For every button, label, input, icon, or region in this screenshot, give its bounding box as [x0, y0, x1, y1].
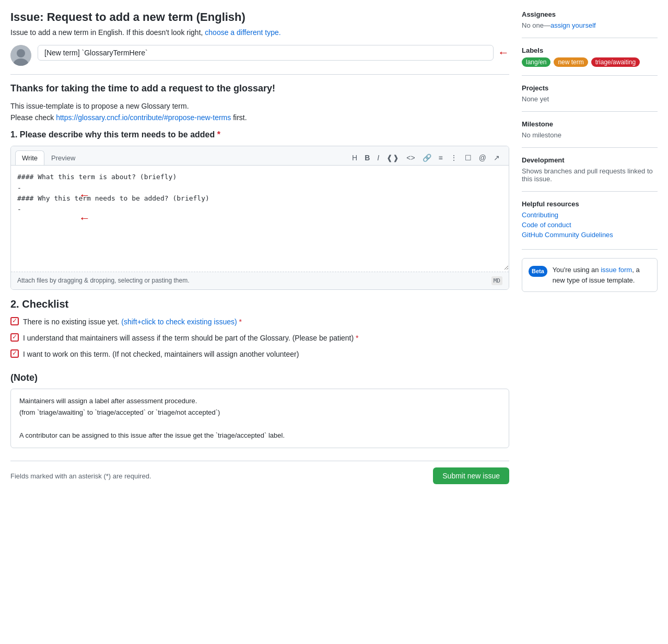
- issue-title-input[interactable]: [38, 45, 494, 61]
- editor-toolbar: H B I ❰❱ <> 🔗 ≡ ⋮ ☐ @ ↗: [349, 151, 505, 164]
- community-guidelines-link[interactable]: GitHub Community Guidelines: [522, 231, 658, 239]
- labels-row: lang/en new term triage/awaiting: [522, 57, 658, 67]
- toolbar-ordered-list[interactable]: ⋮: [448, 151, 460, 164]
- comment-header: ←: [10, 45, 509, 66]
- toolbar-unordered-list[interactable]: ≡: [436, 151, 446, 164]
- toolbar-reference[interactable]: ↗: [491, 151, 502, 164]
- tab-preview[interactable]: Preview: [44, 150, 82, 165]
- checkbox-1[interactable]: [10, 317, 19, 325]
- page-subtitle: Issue to add a new term in English. If t…: [10, 28, 509, 37]
- check-existing-issues-link[interactable]: (shift+click to check existing issues): [121, 318, 237, 326]
- projects-title: Projects: [522, 84, 658, 92]
- sidebar-labels: Labels lang/en new term triage/awaiting: [522, 38, 658, 76]
- note-title: (Note): [10, 372, 509, 383]
- submit-button[interactable]: Submit new issue: [433, 467, 509, 484]
- label-lang-en[interactable]: lang/en: [522, 57, 550, 67]
- question1-title: 1. Please describe why this term needs t…: [10, 130, 509, 139]
- sidebar-assignees: Assignees No one—assign yourself: [522, 10, 658, 38]
- sidebar: Assignees No one—assign yourself Labels …: [522, 10, 658, 490]
- checklist-title: 2. Checklist: [10, 298, 509, 310]
- helpful-title: Helpful resources: [522, 200, 658, 208]
- sidebar-development: Development Shows branches and pull requ…: [522, 148, 658, 192]
- contributing-link[interactable]: Contributing: [522, 211, 658, 219]
- footer-note: Fields marked with an asterisk (*) are r…: [10, 472, 151, 480]
- editor-container: Write Preview H B I ❰❱ <> 🔗 ≡ ⋮ ☐ @ ↗ ##…: [10, 146, 509, 290]
- form-footer: Fields marked with an asterisk (*) are r…: [10, 461, 509, 490]
- page-title: Issue: Request to add a new term (Englis…: [10, 10, 509, 24]
- note-section: (Note) Maintainers will assign a label a…: [10, 372, 509, 448]
- toolbar-code[interactable]: <>: [404, 151, 417, 164]
- sidebar-helpful-resources: Helpful resources Contributing Code of c…: [522, 192, 658, 250]
- toolbar-task-list[interactable]: ☐: [462, 151, 474, 164]
- checklist-label-1: There is no existing issue yet. (shift+c…: [23, 317, 242, 327]
- labels-title: Labels: [522, 46, 658, 54]
- avatar: [10, 45, 31, 66]
- label-new-term[interactable]: new term: [554, 57, 588, 67]
- section-thanks-heading: Thanks for taking the time to add a requ…: [10, 83, 509, 94]
- assign-yourself-link[interactable]: assign yourself: [550, 21, 596, 29]
- main-content: Issue: Request to add a new term (Englis…: [10, 10, 509, 490]
- toolbar-italic[interactable]: I: [374, 151, 382, 164]
- checkbox-3[interactable]: [10, 349, 19, 358]
- required-star: *: [217, 130, 220, 139]
- milestone-value: No milestone: [522, 131, 658, 139]
- section-divider: [10, 74, 509, 75]
- toolbar-heading[interactable]: H: [349, 151, 360, 164]
- editor-tabs: Write Preview H B I ❰❱ <> 🔗 ≡ ⋮ ☐ @ ↗: [11, 146, 509, 166]
- label-triage-awaiting[interactable]: triage/awaiting: [591, 57, 640, 67]
- assignees-title: Assignees: [522, 10, 658, 18]
- milestone-title: Milestone: [522, 120, 658, 128]
- markdown-icon: MD: [491, 276, 502, 285]
- checklist-item-3: I want to work on this term. (If not che…: [10, 349, 509, 360]
- sidebar-milestone: Milestone No milestone: [522, 112, 658, 148]
- issue-body-textarea[interactable]: #### What this term is about? (briefly) …: [11, 166, 509, 270]
- development-desc: Shows branches and pull requests linked …: [522, 167, 658, 183]
- toolbar-mention[interactable]: @: [476, 151, 489, 164]
- choose-different-type-link[interactable]: choose a different type.: [205, 28, 280, 37]
- title-arrow-indicator: ←: [498, 47, 509, 58]
- assignees-value: No one—assign yourself: [522, 21, 658, 29]
- section-description: This issue-template is to propose a new …: [10, 100, 509, 124]
- checklist-item-2: I understand that maintainers will asses…: [10, 333, 509, 344]
- code-of-conduct-link[interactable]: Code of conduct: [522, 221, 658, 229]
- title-input-row: ←: [38, 45, 509, 61]
- development-title: Development: [522, 156, 658, 164]
- checkbox-2[interactable]: [10, 333, 19, 342]
- checklist-section: 2. Checklist There is no existing issue …: [10, 298, 509, 360]
- toolbar-bold[interactable]: B: [362, 151, 372, 164]
- beta-text: You're using an issue form, a new type o…: [553, 265, 651, 285]
- toolbar-link[interactable]: 🔗: [420, 151, 434, 164]
- textarea-wrapper: #### What this term is about? (briefly) …: [11, 166, 509, 272]
- checklist-label-3: I want to work on this term. (If not che…: [23, 349, 299, 360]
- glossary-link[interactable]: https://glossary.cncf.io/contribute/#pro…: [56, 113, 231, 122]
- beta-box: Beta You're using an issue form, a new t…: [522, 258, 658, 292]
- svg-point-1: [17, 49, 25, 57]
- editor-footer: Attach files by dragging & dropping, sel…: [11, 272, 509, 289]
- projects-value: None yet: [522, 95, 658, 103]
- tab-write[interactable]: Write: [15, 150, 44, 165]
- note-box: Maintainers will assign a label after as…: [10, 389, 509, 448]
- toolbar-quote[interactable]: ❰❱: [384, 151, 402, 164]
- issue-form-link[interactable]: issue form: [601, 266, 632, 274]
- checklist-label-2: I understand that maintainers will asses…: [23, 333, 359, 344]
- sidebar-projects: Projects None yet: [522, 76, 658, 112]
- beta-badge: Beta: [529, 266, 547, 277]
- checklist-item-1: There is no existing issue yet. (shift+c…: [10, 317, 509, 327]
